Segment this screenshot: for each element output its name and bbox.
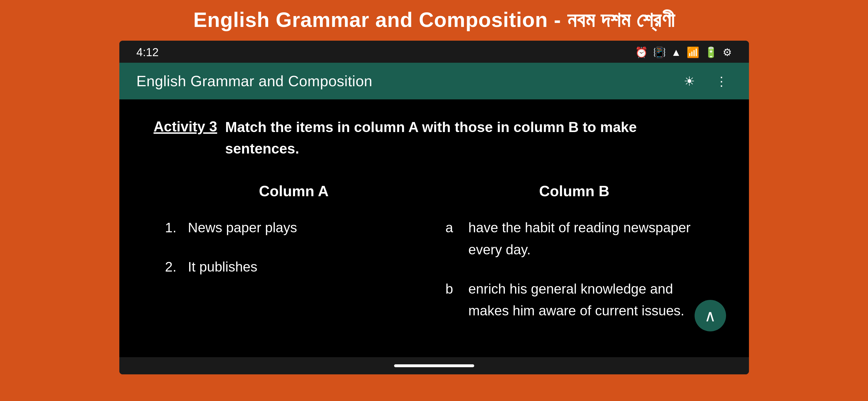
page-outer-title: English Grammar and Composition - নবম দশ… (11, 8, 857, 32)
item-marker-1: 1. (165, 217, 182, 239)
scroll-up-fab[interactable]: ∧ (694, 300, 726, 332)
item-marker-b: b (445, 278, 463, 300)
column-b-header: Column B (445, 182, 703, 200)
wifi-icon: ▲ (671, 47, 681, 58)
bottom-indicator (119, 357, 749, 374)
list-item: 2. It publishes (165, 256, 423, 278)
list-item: 1. News paper plays (165, 217, 423, 239)
content-area: Activity 3 Match the items in column A w… (119, 99, 749, 357)
column-b: Column B a have the habit of reading new… (434, 182, 715, 322)
item-text-1: News paper plays (188, 217, 423, 239)
app-bar: English Grammar and Composition ☀ ⋮ (119, 63, 749, 99)
columns-wrapper: Column A 1. News paper plays 2. It publi… (154, 182, 715, 322)
page-header: English Grammar and Composition - নবম দশ… (0, 0, 868, 38)
brightness-icon: ☀ (684, 74, 695, 88)
column-a-items: 1. News paper plays 2. It publishes (165, 217, 423, 278)
activity-header: Activity 3 Match the items in column A w… (154, 117, 715, 160)
list-item: a have the habit of reading newspaper ev… (445, 217, 703, 261)
activity-instruction: Match the items in column A with those i… (225, 117, 715, 160)
chevron-up-icon: ∧ (704, 307, 716, 325)
phone-container: 4:12 ⏰ 📳 ▲ 📶 🔋 ⚙ English Grammar and Com… (119, 41, 749, 374)
column-a: Column A 1. News paper plays 2. It publi… (154, 182, 434, 322)
item-marker-2: 2. (165, 256, 182, 278)
battery-icon: 🔋 (705, 47, 717, 58)
signal-icon: 📶 (687, 47, 700, 58)
more-options-icon: ⋮ (715, 74, 728, 88)
home-indicator-bar (394, 364, 474, 367)
activity-label: Activity 3 (154, 117, 217, 135)
status-bar: 4:12 ⏰ 📳 ▲ 📶 🔋 ⚙ (119, 41, 749, 63)
column-b-items: a have the habit of reading newspaper ev… (445, 217, 703, 322)
column-a-header: Column A (165, 182, 423, 200)
brightness-button[interactable]: ☀ (679, 71, 700, 91)
item-text-2: It publishes (188, 256, 423, 278)
status-icons: ⏰ 📳 ▲ 📶 🔋 ⚙ (635, 47, 732, 58)
item-text-b: enrich his general knowledge and makes h… (468, 278, 703, 322)
vibrate-icon: 📳 (653, 47, 666, 58)
list-item: b enrich his general knowledge and makes… (445, 278, 703, 322)
status-time: 4:12 (136, 46, 159, 59)
app-bar-actions: ☀ ⋮ (679, 71, 732, 91)
item-marker-a: a (445, 217, 463, 239)
settings-icon: ⚙ (723, 47, 732, 58)
alarm-icon: ⏰ (635, 47, 648, 58)
more-options-button[interactable]: ⋮ (711, 71, 732, 91)
app-bar-title: English Grammar and Composition (136, 73, 373, 90)
item-text-a: have the habit of reading newspaper ever… (468, 217, 703, 261)
